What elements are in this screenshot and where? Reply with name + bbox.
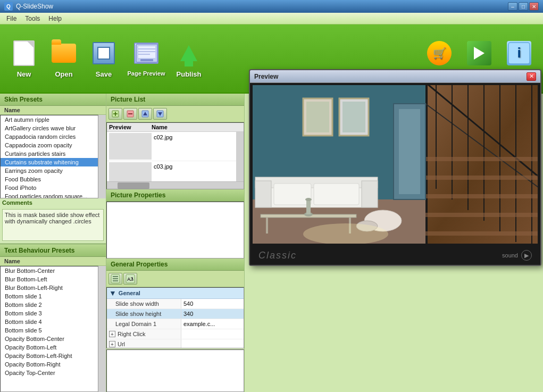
tips-icon: i bbox=[505, 39, 533, 67]
picture-name-cell: c02.jpg bbox=[154, 133, 234, 160]
maximize-button[interactable]: □ bbox=[519, 2, 528, 11]
props-row-url: + Url bbox=[107, 339, 244, 348]
app-icon: Q bbox=[4, 2, 13, 11]
svg-rect-39 bbox=[425, 157, 540, 161]
picture-list-scrollbar[interactable] bbox=[236, 132, 244, 181]
svg-rect-45 bbox=[306, 102, 329, 132]
open-button[interactable]: Open bbox=[45, 29, 82, 88]
preview-sound: sound ▶ bbox=[502, 250, 532, 261]
list-item[interactable]: Opacity Bottom-Center bbox=[1, 335, 98, 343]
preview-popup: Preview ✕ bbox=[249, 69, 541, 266]
text-behaviour-scrollbar[interactable] bbox=[98, 266, 106, 393]
h-scroll-track[interactable] bbox=[107, 182, 244, 189]
props-label-height: Slide show height bbox=[107, 309, 181, 319]
svg-rect-1 bbox=[138, 46, 155, 58]
props-value-height[interactable]: 340 bbox=[181, 309, 244, 319]
comments-box: This is mask based slide show effect wit… bbox=[2, 209, 104, 241]
svg-point-64 bbox=[303, 223, 388, 245]
list-item[interactable]: Bottom slide 1 bbox=[1, 292, 98, 301]
save-button[interactable]: Save bbox=[85, 29, 122, 88]
title-bar: Q Q-SlideShow – □ ✕ bbox=[0, 0, 543, 13]
page-preview-button[interactable]: Page Preview bbox=[125, 29, 168, 88]
picture-list-title: Picture List bbox=[106, 94, 244, 106]
buy-now-icon: 🛒 bbox=[425, 39, 453, 67]
picture-list-hscrollbar[interactable] bbox=[107, 181, 244, 189]
h-scroll-thumb[interactable] bbox=[118, 182, 149, 189]
list-item[interactable]: Curtains particles stairs bbox=[1, 149, 98, 158]
svg-rect-42 bbox=[425, 213, 540, 217]
publish-icon bbox=[175, 39, 203, 67]
props-value-width[interactable]: 540 bbox=[181, 299, 244, 308]
list-item[interactable]: Bottom slide 5 bbox=[1, 326, 98, 335]
list-item[interactable]: c02.jpg bbox=[107, 132, 236, 161]
list-item[interactable]: Opacity Bottom-Left bbox=[1, 343, 98, 352]
skin-presets-list[interactable]: Art autumn ripple ArtGallery circles wav… bbox=[0, 115, 98, 198]
title-bar-controls[interactable]: – □ ✕ bbox=[508, 2, 539, 11]
general-props-title: General Properties bbox=[106, 258, 244, 271]
publish-button[interactable]: Publish bbox=[170, 29, 207, 88]
props-label-domain: Legal Domain 1 bbox=[107, 319, 181, 329]
menu-file[interactable]: File bbox=[2, 14, 21, 23]
props-row-rightclick: + Right Click bbox=[107, 329, 244, 339]
props-row-height: Slide show height 340 bbox=[107, 309, 244, 319]
text-behaviour-title: Text Behaviour Presets bbox=[0, 245, 106, 257]
skin-presets-scrollbar[interactable] bbox=[98, 115, 106, 198]
expand-rightclick-button[interactable]: + bbox=[109, 331, 115, 337]
new-button[interactable]: New bbox=[5, 29, 43, 88]
props-value-url[interactable] bbox=[181, 339, 244, 348]
comments-text: This is mask based slide show effect wit… bbox=[5, 212, 99, 224]
list-item[interactable]: Bottom slide 2 bbox=[1, 301, 98, 309]
picture-props-title: Picture Properties bbox=[106, 189, 244, 202]
list-item[interactable]: ArtGallery circles wave blur bbox=[1, 124, 98, 132]
minimize-button[interactable]: – bbox=[508, 2, 517, 11]
col-preview: Preview bbox=[109, 124, 152, 130]
list-item[interactable]: Blur Bottom-Left bbox=[1, 275, 98, 283]
svg-rect-40 bbox=[425, 176, 540, 180]
text-behaviour-header: Name bbox=[0, 257, 106, 266]
list-item[interactable]: Food iPhoto bbox=[1, 184, 98, 192]
list-item[interactable]: Earrings zoom opacity bbox=[1, 166, 98, 175]
list-item[interactable]: Bottom slide 4 bbox=[1, 318, 98, 326]
col-name: Name bbox=[152, 124, 241, 130]
preview-brand: Classic bbox=[258, 250, 297, 261]
props-value-rightclick[interactable] bbox=[181, 329, 244, 339]
menu-tools[interactable]: Tools bbox=[21, 14, 44, 23]
list-item[interactable]: c03.jpg bbox=[107, 161, 236, 181]
list-item[interactable]: Art autumn ripple bbox=[1, 115, 98, 124]
props-label-rightclick: + Right Click bbox=[107, 329, 181, 339]
close-button[interactable]: ✕ bbox=[529, 2, 539, 11]
list-item[interactable]: Food Bubbles bbox=[1, 175, 98, 184]
svg-rect-43 bbox=[425, 231, 540, 236]
expand-url-button[interactable]: + bbox=[109, 341, 115, 347]
text-behaviour-list[interactable]: Blur Bottom-Center Blur Bottom-Left Blur… bbox=[0, 266, 98, 393]
list-item[interactable]: Opacity Top-Center bbox=[1, 369, 98, 377]
list-item[interactable]: Opacity Bottom-Right bbox=[1, 360, 98, 369]
list-item[interactable]: Blur Bottom-Left-Right bbox=[1, 283, 98, 292]
add-picture-button[interactable] bbox=[108, 108, 122, 120]
general-az-btn[interactable]: A Z bbox=[123, 273, 137, 285]
preview-close-button[interactable]: ✕ bbox=[527, 72, 536, 81]
picture-properties-section: Picture Properties bbox=[106, 189, 244, 258]
move-down-button[interactable] bbox=[153, 108, 167, 120]
list-item-selected[interactable]: Curtains substrate whitening bbox=[1, 158, 98, 166]
list-item[interactable]: Cappadocia zoom opacity bbox=[1, 141, 98, 149]
svg-rect-57 bbox=[266, 218, 268, 233]
general-sort-btn[interactable] bbox=[108, 273, 122, 285]
picture-items: c02.jpg c03.jpg b02.jpg b03.jpg bbox=[107, 132, 236, 181]
remove-picture-button[interactable] bbox=[123, 108, 137, 120]
list-item[interactable]: Blur Bottom-Center bbox=[1, 266, 98, 275]
new-icon bbox=[10, 39, 38, 67]
picture-list-content: c02.jpg c03.jpg b02.jpg b03.jpg bbox=[107, 132, 244, 181]
picture-list-header: Preview Name bbox=[107, 123, 244, 132]
list-item[interactable]: Cappadocia random circles bbox=[1, 132, 98, 141]
props-value-domain[interactable]: example.c... bbox=[181, 319, 244, 329]
general-section-header[interactable]: ▼ General bbox=[107, 288, 244, 299]
move-up-button[interactable] bbox=[138, 108, 152, 120]
picture-toolbar bbox=[106, 106, 244, 122]
list-item[interactable]: Opacity Bottom-Left-Right bbox=[1, 352, 98, 360]
sound-button[interactable]: ▶ bbox=[521, 250, 532, 261]
list-item[interactable]: Food particles random square... bbox=[1, 192, 98, 198]
menu-help[interactable]: Help bbox=[44, 14, 66, 23]
svg-text:i: i bbox=[517, 45, 521, 61]
list-item[interactable]: Bottom slide 3 bbox=[1, 309, 98, 318]
